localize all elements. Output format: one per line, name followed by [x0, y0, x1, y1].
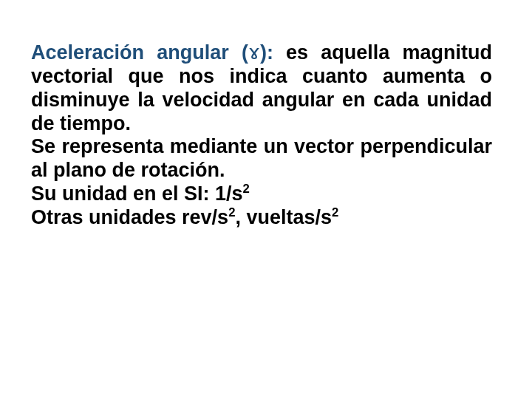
- other-units-pre: Otras unidades rev/s: [31, 206, 228, 228]
- other-units-exp2: 2: [332, 205, 338, 219]
- representation-text: Se representa mediante un vector perpend…: [31, 135, 492, 181]
- si-unit-text: Su unidad en el SI: 1/s: [31, 183, 243, 205]
- alpha-symbol: ɤ: [248, 41, 260, 64]
- term-suffix: ):: [260, 41, 273, 64]
- definition-paragraph: Aceleración angular (ɤ): es aquella magn…: [31, 41, 492, 230]
- si-unit-exponent: 2: [243, 182, 250, 196]
- other-units-mid: , vueltas/s: [235, 206, 332, 228]
- term-name: Aceleración angular (ɤ):: [31, 41, 273, 64]
- term-prefix: Aceleración angular (: [31, 41, 248, 64]
- slide: Aceleración angular (ɤ): es aquella magn…: [0, 0, 532, 399]
